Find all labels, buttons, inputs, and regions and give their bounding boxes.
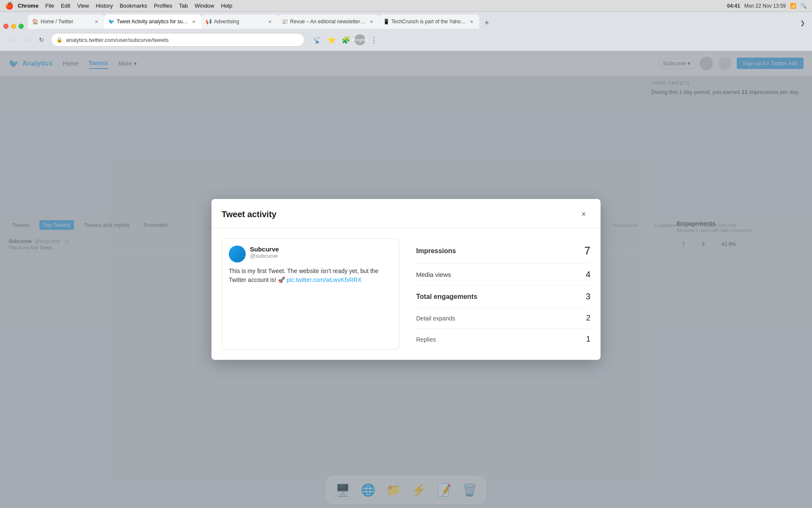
menubar-time: 04:41 <box>727 3 740 9</box>
stat-value-replies: 1 <box>586 335 590 344</box>
reload-button[interactable]: ↻ <box>36 34 47 46</box>
menubar-date: Mon 22 Nov 13:59 <box>744 3 786 9</box>
menu-edit[interactable]: Edit <box>61 3 70 9</box>
modal-title: Tweet activity <box>222 210 277 219</box>
tab-favicon-revue: 📰 <box>282 19 288 25</box>
stat-label-detail-expands: Detail expands <box>416 315 455 322</box>
window-maximize-button[interactable] <box>19 24 24 29</box>
profile-avatar[interactable]: Incognito <box>354 34 365 45</box>
window-minimize-button[interactable] <box>11 24 16 29</box>
stat-row-total-engagements: Total engagements 3 <box>416 286 590 308</box>
tab-home-twitter[interactable]: 🏠 Home / Twitter ✕ <box>28 14 104 29</box>
address-bar: ← → ↻ 🔒 analytics.twitter.com/user/subcu… <box>0 29 812 51</box>
tab-close-revue[interactable]: ✕ <box>368 18 375 25</box>
tweet-link[interactable]: pic.twitter.com/wLwvKfxRRX <box>287 276 362 283</box>
tab-favicon-advertising: 📢 <box>206 19 211 25</box>
incognito-label: Incognito <box>352 38 368 42</box>
menu-tab[interactable]: Tab <box>179 3 188 9</box>
menu-view[interactable]: View <box>77 3 89 9</box>
tweet-card-user: Subcurve @subcurve <box>229 246 392 262</box>
tab-title-tweet: Tweet Activity analytics for su… <box>117 19 188 25</box>
apple-menu[interactable]: 🍎 <box>5 2 14 10</box>
new-tab-button[interactable]: + <box>481 17 493 29</box>
tab-title-revue: Revue – An editorial newsletter… <box>290 19 365 25</box>
address-url: analytics.twitter.com/user/subcurve/twee… <box>66 37 299 43</box>
browser-menu-button[interactable]: ⋮ <box>368 34 380 46</box>
menu-window[interactable]: Window <box>195 3 214 9</box>
address-input[interactable]: 🔒 analytics.twitter.com/user/subcurve/tw… <box>51 33 304 47</box>
stat-label-total-engagements: Total engagements <box>416 293 477 301</box>
menu-help[interactable]: Help <box>221 3 233 9</box>
menu-profiles[interactable]: Profiles <box>154 3 172 9</box>
tweet-handle: @subcurve <box>250 253 279 259</box>
tweet-display-name: Subcurve <box>250 246 279 253</box>
tab-revue[interactable]: 📰 Revue – An editorial newsletter… ✕ <box>277 14 379 29</box>
menu-file[interactable]: File <box>45 3 54 9</box>
menubar: 🍎 Chrome File Edit View History Bookmark… <box>0 0 812 12</box>
tab-title-home: Home / Twitter <box>41 19 91 25</box>
window-close-button[interactable] <box>3 24 8 29</box>
traffic-lights <box>3 24 24 29</box>
stat-value-impressions: 7 <box>584 244 590 257</box>
tab-title-techcrunch: TechCrunch is part of the Yaho… <box>392 19 466 25</box>
tab-title-advertising: Advertising <box>214 19 264 25</box>
stat-value-total-engagements: 3 <box>586 292 590 301</box>
stat-label-replies: Replies <box>416 336 436 343</box>
bookmark-icon[interactable]: ⭐ <box>326 34 337 46</box>
stat-value-media-views: 4 <box>586 270 590 279</box>
tweet-card-avatar <box>229 246 246 262</box>
tab-tweet-activity[interactable]: 🐦 Tweet Activity analytics for su… ✕ <box>104 14 201 29</box>
app-name[interactable]: Chrome <box>18 3 38 9</box>
modal-stats: Impressions 7 Media views 4 Total engage… <box>416 238 590 350</box>
wifi-icon: 📶 <box>790 3 796 9</box>
modal-close-button[interactable]: × <box>577 207 590 221</box>
modal-overlay[interactable]: Tweet activity × Subcurve @subcurve <box>0 51 812 508</box>
address-icons: 📡 ⭐ 🧩 Incognito ⋮ <box>311 34 380 46</box>
tab-close-techcrunch[interactable]: ✕ <box>468 18 475 25</box>
tab-techcrunch[interactable]: 📱 TechCrunch is part of the Yaho… ✕ <box>379 14 480 29</box>
tab-bar: 🏠 Home / Twitter ✕ 🐦 Tweet Activity anal… <box>0 12 812 29</box>
stat-row-media-views: Media views 4 <box>416 264 590 286</box>
cast-icon[interactable]: 📡 <box>311 34 323 46</box>
stat-label-media-views: Media views <box>416 271 451 278</box>
tab-close-advertising[interactable]: ✕ <box>266 18 273 25</box>
tweet-activity-modal: Tweet activity × Subcurve @subcurve <box>211 199 601 360</box>
menu-history[interactable]: History <box>96 3 112 9</box>
stat-value-detail-expands: 2 <box>586 314 590 323</box>
tab-favicon-home: 🏠 <box>32 19 38 25</box>
secure-icon: 🔒 <box>56 37 63 43</box>
tab-close-tweet[interactable]: ✕ <box>190 18 197 25</box>
back-button[interactable]: ← <box>5 34 17 46</box>
tab-advertising[interactable]: 📢 Advertising ✕ <box>201 14 277 29</box>
tab-favicon-tweet: 🐦 <box>108 19 114 25</box>
modal-header: Tweet activity × <box>211 199 601 228</box>
chrome-window: 🏠 Home / Twitter ✕ 🐦 Tweet Activity anal… <box>0 12 812 508</box>
search-menubar-icon[interactable]: 🔍 <box>801 3 807 9</box>
tweet-text: This is my first Tweet. The website isn'… <box>229 267 392 284</box>
stat-row-replies: Replies 1 <box>416 329 590 350</box>
menu-bookmarks[interactable]: Bookmarks <box>120 3 147 9</box>
menubar-right: 04:41 Mon 22 Nov 13:59 📶 🔍 <box>727 3 807 9</box>
extension-icon[interactable]: 🧩 <box>340 34 352 46</box>
page-content: 🐦 Analytics Home Tweets More ▾ Subcurve … <box>0 51 812 508</box>
forward-button[interactable]: → <box>20 34 32 46</box>
tab-close-home[interactable]: ✕ <box>93 18 100 25</box>
tweet-card: Subcurve @subcurve This is my first Twee… <box>222 238 399 350</box>
tab-favicon-techcrunch: 📱 <box>383 19 389 25</box>
tab-expand-button[interactable]: ❯ <box>797 17 809 29</box>
stat-row-impressions: Impressions 7 <box>416 238 590 264</box>
modal-body: Subcurve @subcurve This is my first Twee… <box>211 228 601 360</box>
tweet-user-info: Subcurve @subcurve <box>250 246 279 259</box>
stat-row-detail-expands: Detail expands 2 <box>416 308 590 329</box>
stat-label-impressions: Impressions <box>416 247 456 255</box>
